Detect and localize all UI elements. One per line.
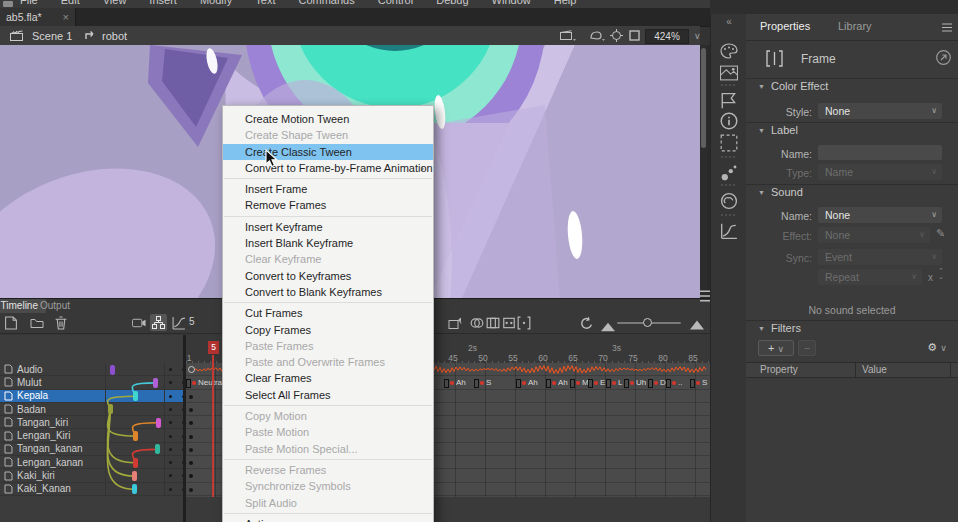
tab-output[interactable]: Output (32, 299, 78, 313)
document-tab[interactable]: ab5.fla* × (0, 8, 76, 26)
zoom-out-timeline-icon[interactable] (601, 320, 615, 334)
menu-item-copy-frames[interactable]: Copy Frames (223, 322, 433, 338)
style-dropdown[interactable]: None∨ (818, 103, 942, 119)
new-layer-icon[interactable] (4, 316, 18, 330)
edit-sound-pencil-icon[interactable]: ✎ (936, 227, 945, 240)
label-name-input[interactable] (818, 145, 942, 160)
filter-options-gear-button[interactable]: ⚙ ∨ (922, 340, 952, 356)
edit-scene-icon[interactable] (560, 30, 576, 42)
zoom-dropdown-chevron-icon[interactable]: ∨ (694, 31, 701, 41)
menu-item-convert-to-frame-by-frame-animation[interactable]: Convert to Frame-by-Frame Animation› (223, 160, 433, 176)
tab-properties[interactable]: Properties (760, 20, 810, 32)
center-frame-icon[interactable] (448, 316, 462, 330)
sound-name-dropdown[interactable]: None∨ (818, 207, 942, 223)
timeline-zoom-slider-knob[interactable] (643, 318, 652, 327)
menu-item-convert-to-keyframes[interactable]: Convert to Keyframes (223, 268, 433, 284)
parent-marker-kaki-kanan[interactable] (132, 484, 137, 494)
layer-visibility-dot[interactable] (169, 488, 172, 491)
layer-page-icon (4, 364, 13, 374)
section-filters[interactable]: ▼Filters (758, 322, 801, 334)
section-divider (746, 78, 958, 79)
camera-icon[interactable] (132, 316, 146, 330)
menu-item-insert-keyframe[interactable]: Insert Keyframe (223, 219, 433, 235)
zoom-in-timeline-icon[interactable] (690, 318, 704, 332)
menubar-item-insert[interactable]: Insert (149, 0, 177, 6)
frame-picker-icon[interactable] (720, 92, 738, 110)
parent-marker-kepala[interactable] (133, 391, 138, 401)
delete-layer-icon[interactable] (54, 316, 68, 330)
section-label[interactable]: ▼Label (758, 124, 798, 136)
menu-item-convert-to-blank-keyframes[interactable]: Convert to Blank Keyframes (223, 284, 433, 300)
layer-visibility-dot[interactable] (169, 435, 172, 438)
menubar-item-file[interactable]: File (20, 0, 38, 6)
menubar-item-view[interactable]: View (103, 0, 127, 6)
onion-skin-icon[interactable] (470, 316, 484, 330)
collapse-dock-icon[interactable]: « (720, 16, 738, 34)
playhead-marker[interactable]: 5 (208, 341, 219, 354)
menu-item-select-all-frames[interactable]: Select All Frames (223, 387, 433, 403)
menubar-item-help[interactable]: Help (554, 0, 577, 6)
menubar-item-debug[interactable]: Debug (436, 0, 468, 6)
layer-visibility-dot[interactable] (169, 408, 172, 411)
menu-item-create-classic-tween[interactable]: Create Classic Tween (223, 144, 433, 160)
onion-markers-icon[interactable] (517, 316, 531, 330)
menubar-item-text[interactable]: Text (255, 0, 275, 6)
graph-editor-icon[interactable] (172, 316, 186, 330)
menu-item-clear-frames[interactable]: Clear Frames (223, 370, 433, 386)
add-filter-button[interactable]: + ∨ (758, 340, 794, 356)
menu-item-create-motion-tween[interactable]: Create Motion Tween (223, 111, 433, 127)
transform-icon[interactable] (720, 134, 738, 152)
clip-content-icon[interactable] (629, 30, 640, 41)
menubar-item-commands[interactable]: Commands (298, 0, 354, 6)
layer-name: Kepala (17, 390, 48, 401)
layer-parenting-toggle[interactable] (150, 314, 167, 331)
info-icon[interactable] (720, 112, 738, 130)
menu-item-remove-frames[interactable]: Remove Frames (223, 197, 433, 213)
menubar-item-modify[interactable]: Modify (200, 0, 232, 6)
reset-zoom-icon[interactable] (580, 316, 594, 330)
section-sound[interactable]: ▼Sound (758, 186, 803, 198)
menu-item-insert-frame[interactable]: Insert Frame (223, 181, 433, 197)
playhead-line[interactable] (212, 355, 214, 497)
section-color-effect[interactable]: ▼Color Effect (758, 80, 828, 92)
swatches-icon[interactable] (720, 64, 738, 82)
parent-marker-tangan-kanan[interactable] (155, 444, 160, 454)
parent-marker-lengan-kiri[interactable] (133, 431, 138, 441)
parent-marker-kaki-kiri[interactable] (132, 471, 137, 481)
fit-view-icon[interactable] (589, 30, 605, 42)
keyframe-red-dot (654, 381, 658, 385)
menu-item-cut-frames[interactable]: Cut Frames (223, 305, 433, 321)
brush-library-icon[interactable] (720, 164, 738, 182)
breadcrumb-scene[interactable]: Scene 1 (32, 30, 72, 42)
layer-page-icon (4, 391, 13, 401)
layer-visibility-dot[interactable] (169, 448, 172, 451)
layer-visibility-dot[interactable] (169, 395, 172, 398)
menu-item-insert-blank-keyframe[interactable]: Insert Blank Keyframe (223, 235, 433, 251)
layer-visibility-dot[interactable] (169, 368, 172, 371)
parent-marker-badan[interactable] (108, 404, 113, 414)
help-link-icon[interactable] (936, 50, 951, 65)
tab-close-icon[interactable]: × (63, 11, 69, 23)
stage-vertical-scrollbar[interactable] (700, 45, 707, 298)
center-stage-crosshair-icon[interactable] (610, 29, 623, 42)
parent-marker-mulut[interactable] (153, 378, 158, 388)
color-palette-icon[interactable] (720, 42, 738, 60)
submenu-arrow-icon: › (420, 160, 424, 176)
zoom-level-input[interactable]: 424% (645, 29, 689, 44)
menu-item-actions[interactable]: Actions (223, 516, 433, 522)
scrollbar-thumb[interactable] (701, 48, 706, 148)
edit-multiple-frames-icon[interactable] (502, 316, 516, 330)
parent-marker-tangan-kiri[interactable] (156, 418, 161, 428)
tab-library[interactable]: Library (838, 20, 872, 32)
panel-menu-icon[interactable] (942, 23, 952, 32)
breadcrumb-symbol[interactable]: robot (102, 30, 127, 42)
motion-graph-icon[interactable] (720, 222, 738, 240)
new-folder-icon[interactable] (30, 316, 44, 330)
parent-marker-audio[interactable] (110, 365, 115, 375)
menubar-item-control[interactable]: Control (378, 0, 413, 6)
menubar-item-edit[interactable]: Edit (61, 0, 80, 6)
onion-skin-outline-icon[interactable] (486, 316, 500, 330)
creative-cloud-icon[interactable] (720, 192, 738, 210)
menubar-item-window[interactable]: Window (492, 0, 531, 6)
parent-marker-lengan-kanan[interactable] (133, 458, 138, 468)
